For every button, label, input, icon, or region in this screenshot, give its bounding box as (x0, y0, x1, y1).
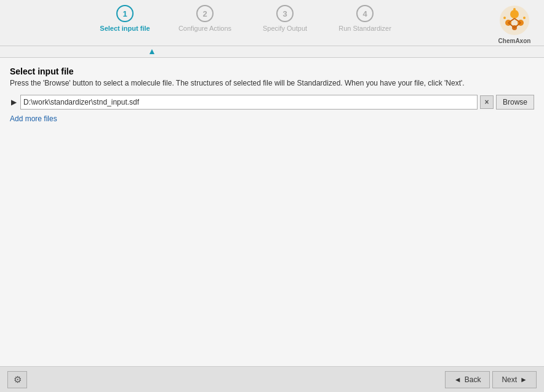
step-circle-1: 1 (116, 5, 134, 22)
navigation-buttons: ◄ Back Next ► (445, 371, 537, 388)
back-arrow-icon: ◄ (454, 375, 462, 384)
section-title: Select input file (10, 66, 534, 76)
wizard-step-2[interactable]: 2 Configure Actions (165, 5, 245, 32)
section-description: Press the 'Browse' button to select a mo… (10, 79, 534, 87)
file-input-row: ▶ × Browse (10, 95, 534, 110)
active-step-arrow: ▲ (148, 46, 156, 56)
next-arrow-icon: ► (520, 375, 527, 384)
step-circle-3: 3 (276, 5, 294, 22)
wizard-header: 1 Select input file 2 Configure Actions … (0, 0, 544, 46)
file-path-input[interactable] (20, 95, 478, 110)
wizard-steps: 1 Select input file 2 Configure Actions … (0, 5, 490, 34)
chemaxon-logo: ChemAxon (490, 2, 539, 46)
wizard-step-1[interactable]: 1 Select input file (85, 5, 165, 32)
browse-button[interactable]: Browse (496, 95, 534, 110)
gear-icon: ⚙ (14, 374, 22, 385)
play-icon[interactable]: ▶ (10, 97, 18, 108)
wizard-step-4[interactable]: 4 Run Standardizer (325, 5, 405, 32)
step-arrow-indicator: ▲ (0, 46, 544, 58)
step-label-3: Specify Output (263, 25, 307, 32)
step-label-1: Select input file (100, 25, 150, 32)
logo-text: ChemAxon (498, 38, 531, 44)
back-label: Back (465, 375, 481, 384)
step-circle-2: 2 (196, 5, 214, 22)
step-label-2: Configure Actions (178, 25, 231, 32)
next-button[interactable]: Next ► (492, 371, 537, 388)
svg-point-1 (510, 10, 519, 18)
next-label: Next (502, 375, 517, 384)
svg-point-10 (503, 17, 506, 19)
chemaxon-logo-icon (498, 4, 530, 36)
add-more-files-link[interactable]: Add more files (10, 114, 57, 123)
wizard-step-3[interactable]: 3 Specify Output (245, 5, 325, 32)
step-circle-4: 4 (356, 5, 374, 22)
svg-point-9 (513, 8, 516, 10)
step-label-4: Run Standardizer (338, 25, 391, 32)
main-content: Select input file Press the 'Browse' but… (0, 58, 544, 366)
clear-button[interactable]: × (480, 95, 494, 109)
svg-point-11 (523, 17, 526, 19)
back-button[interactable]: ◄ Back (445, 371, 490, 388)
settings-button[interactable]: ⚙ (7, 371, 27, 388)
footer: ⚙ ◄ Back Next ► (0, 366, 544, 392)
